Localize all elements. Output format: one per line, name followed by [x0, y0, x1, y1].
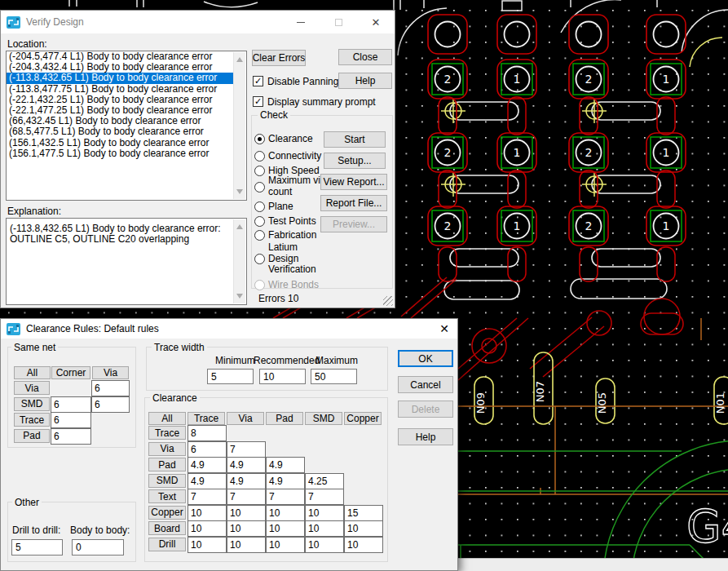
- help-button[interactable]: Help: [398, 428, 453, 445]
- close-button[interactable]: Close: [338, 49, 392, 65]
- location-list-item[interactable]: (-22.1,432.25 L1) Body to body clearance…: [7, 95, 233, 105]
- pcb-net-label[interactable]: N05: [596, 392, 608, 414]
- location-list-item[interactable]: (-113.8,477.75 L1) Body to body clearanc…: [7, 84, 233, 95]
- matrix-cell[interactable]: 10: [266, 505, 305, 521]
- matrix-header-button[interactable]: Trace: [188, 412, 225, 425]
- minimize-icon[interactable]: [282, 11, 320, 33]
- matrix-header-button[interactable]: Via: [227, 412, 264, 425]
- location-list-item[interactable]: (156.1,477.5 L1) Body to body clearance …: [7, 148, 233, 159]
- trace-width-maximum-input[interactable]: 50: [311, 369, 357, 384]
- matrix-cell[interactable]: 6: [91, 396, 130, 413]
- verify-titlebar[interactable]: Verify Design ✕: [1, 11, 395, 33]
- matrix-row-label[interactable]: Via: [148, 442, 186, 456]
- explanation-box[interactable]: (-113.8,432.65 L1) Body to body clearanc…: [6, 218, 247, 305]
- matrix-cell[interactable]: 4.9: [227, 457, 266, 473]
- scroll-down-icon[interactable]: [236, 294, 243, 299]
- display-summary-checkbox[interactable]: ✓: [253, 96, 263, 107]
- matrix-cell[interactable]: 4.9: [188, 473, 227, 489]
- matrix-header-button[interactable]: All: [14, 366, 51, 379]
- matrix-row-label[interactable]: Trace: [14, 413, 50, 427]
- scroll-up-icon[interactable]: [236, 57, 243, 62]
- matrix-cell[interactable]: 10: [227, 537, 266, 553]
- matrix-cell[interactable]: 7: [227, 489, 266, 505]
- matrix-cell[interactable]: 10: [344, 520, 383, 537]
- close-icon[interactable]: ✕: [357, 11, 395, 33]
- matrix-row-label[interactable]: SMD: [14, 397, 50, 411]
- cancel-button[interactable]: Cancel: [398, 376, 453, 393]
- matrix-cell[interactable]: 6: [51, 396, 91, 413]
- matrix-cell[interactable]: 10: [305, 537, 344, 553]
- matrix-cell[interactable]: 4.9: [266, 473, 305, 489]
- matrix-cell[interactable]: 10: [188, 505, 227, 521]
- matrix-cell[interactable]: 10: [227, 505, 266, 521]
- matrix-cell[interactable]: 4.25: [305, 473, 344, 489]
- radio-latium[interactable]: [254, 254, 265, 264]
- setup-button[interactable]: Setup...: [324, 153, 386, 169]
- radio-plane[interactable]: [254, 201, 265, 212]
- ok-button[interactable]: OK: [398, 350, 453, 367]
- help-button[interactable]: Help: [338, 73, 392, 89]
- matrix-cell[interactable]: 6: [51, 428, 91, 445]
- matrix-cell[interactable]: 7: [227, 441, 266, 458]
- delete-button[interactable]: Delete: [398, 401, 453, 418]
- start-button[interactable]: Start: [324, 131, 386, 148]
- matrix-cell[interactable]: 6: [91, 380, 130, 396]
- matrix-cell[interactable]: 4.9: [188, 457, 227, 473]
- matrix-cell[interactable]: 10: [305, 520, 344, 537]
- drill-to-drill-input[interactable]: 5: [11, 539, 63, 556]
- matrix-header-button[interactable]: Via: [92, 366, 129, 379]
- trace-width-minimum-input[interactable]: 5: [207, 369, 254, 384]
- matrix-cell[interactable]: 7: [188, 489, 227, 505]
- matrix-cell[interactable]: 7: [305, 489, 344, 505]
- matrix-row-label[interactable]: Drill: [148, 538, 186, 551]
- matrix-header-button[interactable]: SMD: [305, 412, 342, 425]
- scroll-down-icon[interactable]: [236, 189, 243, 194]
- pcb-net-label[interactable]: N07: [534, 381, 546, 402]
- radio-wire-bonds[interactable]: [254, 280, 265, 290]
- explanation-scrollbar[interactable]: [233, 219, 245, 303]
- matrix-row-label[interactable]: Copper: [148, 506, 186, 520]
- matrix-row-label[interactable]: SMD: [148, 474, 186, 488]
- close-icon[interactable]: ✕: [431, 319, 457, 339]
- matrix-cell[interactable]: 15: [344, 505, 383, 521]
- matrix-cell[interactable]: 6: [51, 412, 91, 428]
- pcb-net-label[interactable]: N09: [474, 392, 487, 414]
- body-to-body-input[interactable]: 0: [72, 539, 124, 556]
- matrix-cell[interactable]: 10: [188, 537, 227, 553]
- report-file-button[interactable]: Report File...: [320, 195, 387, 211]
- clear-errors-button[interactable]: Clear Errors: [252, 50, 306, 66]
- view-report-button[interactable]: View Report...: [320, 174, 387, 190]
- disable-panning-checkbox[interactable]: ✓: [253, 76, 263, 86]
- matrix-cell[interactable]: 6: [188, 441, 227, 458]
- matrix-cell[interactable]: 7: [266, 489, 305, 505]
- matrix-cell[interactable]: 10: [227, 520, 266, 537]
- matrix-cell[interactable]: 4.9: [227, 473, 266, 489]
- matrix-row-label[interactable]: Via: [14, 381, 50, 395]
- trace-width-recommended-input[interactable]: 10: [259, 369, 306, 384]
- matrix-row-label[interactable]: Text: [148, 489, 186, 503]
- matrix-row-label[interactable]: Pad: [148, 458, 186, 471]
- radio-test-points[interactable]: [254, 216, 265, 227]
- resize-grip[interactable]: [383, 296, 393, 306]
- matrix-cell[interactable]: 4.9: [266, 457, 305, 473]
- matrix-header-button[interactable]: All: [148, 412, 186, 425]
- matrix-row-label[interactable]: Pad: [14, 429, 50, 443]
- location-list-item[interactable]: (-113.8,432.65 L1) Body to body clearanc…: [7, 73, 233, 83]
- location-listbox[interactable]: (-204.5,477.4 L1) Body to body clearance…: [6, 51, 247, 201]
- matrix-row-label[interactable]: Board: [148, 521, 186, 535]
- pcb-ref-des[interactable]: G4: [686, 500, 728, 552]
- matrix-header-button[interactable]: Corner: [51, 366, 90, 379]
- matrix-cell[interactable]: 10: [266, 520, 305, 537]
- location-list-item[interactable]: (68.5,477.5 L1) Body to body clearance e…: [7, 126, 233, 137]
- radio-connectivity[interactable]: [254, 151, 265, 162]
- pcb-net-label[interactable]: N01: [714, 392, 726, 414]
- listbox-scrollbar[interactable]: [233, 52, 245, 199]
- matrix-header-button[interactable]: Copper: [344, 412, 382, 425]
- matrix-row-label[interactable]: Trace: [148, 426, 186, 440]
- preview-button[interactable]: Preview...: [320, 216, 387, 232]
- location-list-item[interactable]: (156.1,432.5 L1) Body to body clearance …: [7, 138, 233, 148]
- radio-clearance[interactable]: [254, 134, 265, 144]
- scroll-up-icon[interactable]: [236, 224, 243, 229]
- matrix-cell[interactable]: 10: [344, 537, 383, 553]
- matrix-cell[interactable]: 10: [188, 520, 227, 537]
